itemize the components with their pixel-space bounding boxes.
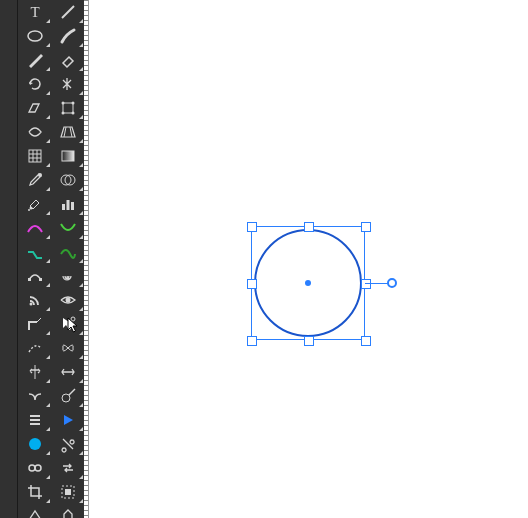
crop-tool[interactable] [18, 480, 51, 504]
join-tool[interactable] [18, 384, 51, 408]
svg-point-27 [65, 298, 70, 303]
svg-line-9 [70, 127, 72, 137]
svg-point-36 [29, 465, 35, 471]
resize-handle-nw[interactable] [247, 222, 257, 232]
rotation-handle[interactable] [387, 278, 397, 288]
align-center-tool[interactable] [18, 360, 51, 384]
corner-tool[interactable] [18, 312, 51, 336]
svg-line-1 [62, 6, 74, 18]
ellipse-tool[interactable] [18, 24, 51, 48]
resize-handle-w[interactable] [247, 279, 257, 289]
curve-tool-3[interactable] [18, 240, 51, 264]
tangent-tool[interactable] [51, 384, 84, 408]
fill-circle-tool[interactable] [18, 432, 51, 456]
svg-point-6 [61, 112, 64, 115]
dotted-path-tool[interactable] [18, 336, 51, 360]
svg-point-20 [28, 209, 30, 211]
resize-handle-sw[interactable] [247, 336, 257, 346]
svg-point-26 [29, 303, 32, 306]
svg-point-4 [61, 102, 64, 105]
svg-text:T: T [30, 4, 39, 20]
svg-rect-39 [65, 489, 71, 495]
trim-tool[interactable] [51, 432, 84, 456]
shear-tool[interactable] [18, 96, 51, 120]
resize-handle-n[interactable] [304, 222, 314, 232]
anchor-convert-tool[interactable] [18, 264, 51, 288]
svg-rect-25 [39, 278, 42, 281]
resize-handle-se[interactable] [361, 336, 371, 346]
toolbox: T [18, 0, 84, 518]
play-tool[interactable] [51, 408, 84, 432]
butterfly-tool[interactable] [51, 336, 84, 360]
bars-tool[interactable] [18, 408, 51, 432]
free-transform-tool[interactable] [51, 96, 84, 120]
warp-tool[interactable] [18, 120, 51, 144]
curve-tool-4[interactable] [51, 240, 84, 264]
text-tool[interactable]: T [18, 0, 51, 24]
perspective-tool[interactable] [51, 120, 84, 144]
reflect-tool[interactable] [51, 72, 84, 96]
svg-point-2 [28, 31, 42, 41]
svg-line-8 [64, 127, 66, 137]
svg-point-7 [71, 112, 74, 115]
spiral-tool[interactable] [51, 264, 84, 288]
eyedropper-tool[interactable] [18, 168, 51, 192]
svg-rect-23 [71, 202, 74, 210]
svg-point-35 [29, 438, 41, 450]
shape1-tool[interactable] [18, 504, 51, 518]
mesh-tool[interactable] [18, 144, 51, 168]
resize-handle-e[interactable] [361, 279, 371, 289]
swap-tool[interactable] [51, 456, 84, 480]
curve-tool-1[interactable] [18, 216, 51, 240]
svg-rect-10 [29, 150, 41, 162]
svg-rect-22 [66, 200, 69, 210]
svg-rect-24 [28, 278, 31, 281]
align-horizontal-tool[interactable] [51, 360, 84, 384]
pencil-tool[interactable] [18, 48, 51, 72]
column-graph-tool[interactable] [51, 192, 84, 216]
svg-point-28 [71, 317, 75, 321]
svg-rect-21 [62, 204, 65, 210]
group-select-tool[interactable] [51, 480, 84, 504]
line-tool[interactable] [51, 0, 84, 24]
paintbrush-tool[interactable] [51, 24, 84, 48]
svg-point-37 [35, 465, 41, 471]
shape2-tool[interactable] [51, 504, 84, 518]
rss-tool[interactable] [18, 288, 51, 312]
eraser-tool[interactable] [51, 48, 84, 72]
blend-tool[interactable] [51, 168, 84, 192]
svg-line-31 [69, 389, 75, 395]
svg-rect-15 [62, 151, 74, 161]
svg-rect-3 [63, 103, 73, 113]
node-arrow-tool[interactable] [51, 312, 84, 336]
curve-tool-2[interactable] [51, 216, 84, 240]
svg-point-5 [71, 102, 74, 105]
gradient-tool[interactable] [51, 144, 84, 168]
panel-left-strip [0, 0, 18, 518]
selection-center[interactable] [305, 280, 311, 286]
svg-point-19 [29, 207, 32, 210]
live-paint-tool[interactable] [18, 192, 51, 216]
resize-handle-ne[interactable] [361, 222, 371, 232]
resize-handle-s[interactable] [304, 336, 314, 346]
eye-tool[interactable] [51, 288, 84, 312]
canvas[interactable] [89, 0, 528, 518]
svg-point-16 [38, 173, 42, 177]
rotate-tool[interactable] [18, 72, 51, 96]
link-tool[interactable] [18, 456, 51, 480]
svg-point-30 [62, 394, 70, 402]
